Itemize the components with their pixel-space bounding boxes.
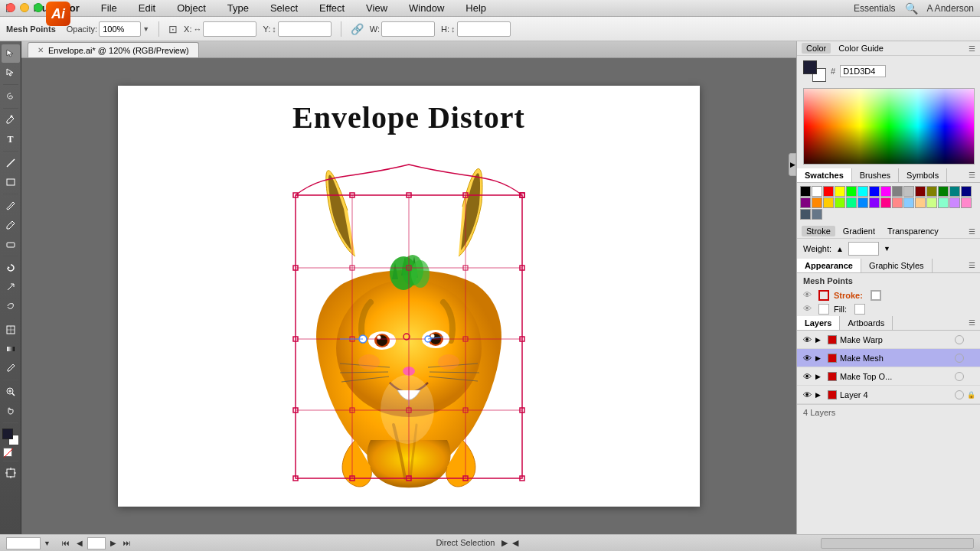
line-tool[interactable] — [2, 154, 20, 172]
close-button[interactable] — [6, 3, 15, 12]
eraser-tool[interactable] — [2, 235, 20, 253]
prev-page-btn[interactable]: ◀ — [74, 537, 86, 549]
swatch-item[interactable] — [880, 186, 891, 197]
artboard[interactable]: Envelope Distort — [118, 86, 700, 507]
weight-input[interactable] — [848, 242, 879, 256]
menu-select[interactable]: Select — [266, 2, 302, 15]
color-spectrum-area[interactable] — [803, 88, 974, 167]
menu-window[interactable]: Window — [404, 2, 449, 15]
layers-menu[interactable]: ☰ — [964, 316, 980, 330]
lasso-tool[interactable] — [2, 87, 20, 106]
tab-appearance[interactable]: Appearance — [797, 259, 861, 272]
layer-target-icon[interactable] — [955, 372, 964, 381]
none-swatch[interactable] — [3, 448, 12, 457]
tab-symbols[interactable]: Symbols — [899, 168, 947, 182]
minimize-button[interactable] — [20, 3, 29, 12]
swatch-item[interactable] — [846, 186, 857, 197]
zoom-tool[interactable] — [2, 383, 20, 401]
menu-effect[interactable]: Effect — [315, 2, 349, 15]
w-input[interactable]: 3.8565 in — [381, 21, 435, 37]
layer-visibility-toggle[interactable]: 👁 — [802, 390, 812, 400]
rotate-tool[interactable] — [2, 259, 20, 277]
swatch-item[interactable] — [858, 197, 868, 208]
y-input[interactable]: 3.2681 in — [278, 21, 332, 37]
link-icon[interactable]: 🔗 — [351, 23, 364, 35]
close-tab-icon[interactable]: ✕ — [38, 46, 44, 54]
gradient-tool[interactable] — [2, 340, 20, 358]
scale-tool[interactable] — [2, 278, 20, 296]
menu-object[interactable]: Object — [172, 2, 211, 15]
document-tab[interactable]: ✕ Envelope.ai* @ 120% (RGB/Preview) — [28, 42, 199, 57]
menu-edit[interactable]: Edit — [134, 2, 160, 15]
layer-expand-arrow[interactable]: ▶ — [815, 372, 825, 381]
stroke-visibility-icon[interactable]: 👁 — [803, 290, 814, 301]
type-tool[interactable]: T — [2, 130, 20, 148]
tab-stroke[interactable]: Stroke — [802, 226, 835, 236]
workspace-selector[interactable]: Essentials — [854, 3, 896, 14]
first-page-btn[interactable]: ⏮ — [60, 537, 72, 549]
swatch-item[interactable] — [869, 186, 880, 197]
swatch-item[interactable] — [823, 197, 834, 208]
swatch-item[interactable] — [858, 186, 868, 197]
swatch-item[interactable] — [915, 197, 926, 208]
panel-collapse-button[interactable]: ▶ — [789, 153, 796, 176]
weight-decrement[interactable]: ▲ — [836, 245, 844, 253]
swatch-item[interactable] — [961, 186, 972, 197]
menu-help[interactable]: Help — [461, 2, 491, 15]
artboard-tool[interactable] — [2, 464, 20, 482]
layer-item[interactable]: 👁 ▶ Layer 4 🔒 — [797, 386, 980, 404]
menu-type[interactable]: Type — [223, 2, 253, 15]
zoom-input[interactable]: 120% — [6, 537, 41, 549]
swatch-item[interactable] — [926, 197, 937, 208]
mesh-tool[interactable] — [2, 321, 20, 339]
page-input[interactable]: 1 — [87, 537, 106, 549]
pen-tool[interactable] — [2, 111, 20, 129]
layer-visibility-toggle[interactable]: 👁 — [802, 371, 812, 382]
layer-target-icon[interactable] — [955, 335, 964, 344]
layer-expand-arrow[interactable]: ▶ — [815, 335, 825, 344]
menu-view[interactable]: View — [361, 2, 392, 15]
swatch-item[interactable] — [915, 186, 926, 197]
color-swatch-area[interactable] — [2, 429, 19, 445]
swatch-item[interactable] — [903, 197, 914, 208]
layer-expand-arrow[interactable]: ▶ — [815, 354, 825, 363]
swatch-item[interactable] — [800, 186, 811, 197]
swatch-item[interactable] — [823, 186, 834, 197]
layer-lock-icon[interactable]: 🔒 — [967, 391, 975, 399]
eyedropper-tool[interactable] — [2, 359, 20, 377]
next-page-btn[interactable]: ▶ — [107, 537, 119, 549]
fill-color-swatch[interactable] — [818, 304, 829, 315]
layer-item[interactable]: 👁 ▶ Make Top O... 🔒 — [797, 367, 980, 386]
pencil-tool[interactable] — [2, 216, 20, 234]
swatch-item[interactable] — [892, 197, 903, 208]
layer-item[interactable]: 👁 ▶ Make Mesh 🔒 — [797, 349, 980, 367]
hex-input[interactable]: D1D3D4 — [840, 65, 886, 77]
swatch-item[interactable] — [812, 209, 822, 220]
swatch-item[interactable] — [880, 197, 891, 208]
swatch-item[interactable] — [949, 197, 960, 208]
zoom-dropdown[interactable]: ▼ — [44, 540, 51, 547]
direct-selection-tool[interactable] — [2, 64, 20, 82]
h-input[interactable]: 4.9436 in — [457, 21, 511, 37]
last-page-btn[interactable]: ⏭ — [121, 537, 133, 549]
layer-expand-arrow[interactable]: ▶ — [815, 390, 825, 399]
warp-tool[interactable] — [2, 297, 20, 315]
rect-tool[interactable] — [2, 173, 20, 191]
color-panel-menu[interactable]: ☰ — [969, 44, 975, 53]
swatch-item[interactable] — [812, 197, 822, 208]
swatch-item[interactable] — [869, 197, 880, 208]
layer-visibility-toggle[interactable]: 👁 — [802, 334, 812, 345]
swatch-item[interactable] — [846, 197, 857, 208]
stroke-color-swatch[interactable] — [818, 290, 829, 301]
opacity-input[interactable] — [99, 21, 141, 37]
swatch-item[interactable] — [938, 197, 949, 208]
swatch-item[interactable] — [949, 186, 960, 197]
selection-tool[interactable] — [2, 44, 20, 63]
swatch-item[interactable] — [800, 197, 811, 208]
swatch-item[interactable] — [812, 186, 822, 197]
tab-gradient[interactable]: Gradient — [838, 226, 880, 236]
canvas-viewport[interactable]: Envelope Distort — [21, 58, 796, 534]
swatch-item[interactable] — [835, 186, 845, 197]
swatch-item[interactable] — [800, 209, 811, 220]
weight-unit-dropdown[interactable]: ▼ — [884, 245, 890, 253]
